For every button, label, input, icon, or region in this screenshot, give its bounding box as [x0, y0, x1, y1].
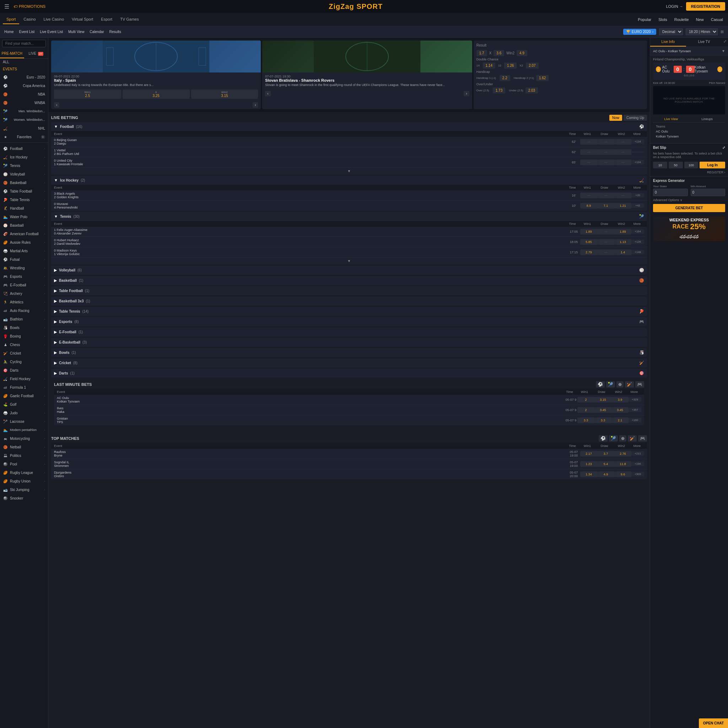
more-button[interactable]: +126: [632, 240, 644, 244]
nav-virtual-sport[interactable]: Virtual Sport: [68, 15, 96, 24]
odd-btn[interactable]: —: [614, 149, 632, 155]
stake-input[interactable]: [653, 189, 688, 196]
odd-btn[interactable]: —: [580, 159, 597, 165]
tab-lineups[interactable]: Lineups: [689, 116, 725, 122]
advanced-options[interactable]: Advanced Options ∨: [653, 198, 725, 202]
odd-btn[interactable]: 4.9: [597, 471, 614, 477]
nav-sport[interactable]: Sport: [3, 15, 19, 24]
match-selector[interactable]: AC Oulu - Kotkan Tyovaen ▼: [650, 47, 728, 55]
odd-btn[interactable]: 3.45: [612, 407, 629, 413]
sidebar-item-esports[interactable]: 🎮Esports ›: [0, 272, 48, 281]
sidebar-item-volleyball[interactable]: 🏐Volleyball ›: [0, 170, 48, 178]
dc-1x[interactable]: 1.14: [483, 63, 495, 69]
sidebar-item-lacrosse[interactable]: 🥍Lacrosse ›: [0, 417, 48, 426]
table-football-header[interactable]: ▶Table Football(1): [51, 286, 647, 295]
sidebar-item-wrestling[interactable]: 🤼Wrestling ›: [0, 264, 48, 272]
sidebar-item-gaelic-football[interactable]: 🏉Gaelic Football ›: [0, 392, 48, 400]
more-button[interactable]: +134: [632, 160, 644, 165]
sidebar-item-golf[interactable]: ⛳Golf ›: [0, 400, 48, 408]
odd-btn[interactable]: 3.45: [594, 407, 612, 413]
odd-btn[interactable]: 3.9: [612, 397, 629, 402]
tm-football-btn[interactable]: ⚽: [599, 435, 607, 442]
register-button[interactable]: REGISTRATION: [686, 2, 725, 11]
sidebar-item-athletics[interactable]: 🏃Athletics ›: [0, 298, 48, 306]
nav-casual[interactable]: Casual: [709, 16, 725, 23]
odd-btn[interactable]: 5.4: [597, 461, 614, 467]
nav-slots[interactable]: Slots: [656, 16, 669, 23]
odd-btn[interactable]: —: [597, 149, 614, 155]
table-tennis-header[interactable]: ▶Table Tennis(14) 🏓: [51, 307, 647, 316]
sidebar-item-all-events[interactable]: EVENTS: [0, 65, 48, 73]
generate-bet-button[interactable]: GENERATE BET: [653, 204, 725, 212]
sidebar-item-netball[interactable]: 🏀Netball ›: [0, 443, 48, 451]
sidebar-item-chess[interactable]: ♟Chess ›: [0, 340, 48, 349]
sidebar-item-archery[interactable]: 🏹Archery ›: [0, 289, 48, 298]
sidebar-item-basketball[interactable]: 🏀Basketball ›: [0, 178, 48, 187]
dc-x2[interactable]: 2.07: [526, 63, 538, 69]
lm-football-btn[interactable]: ⚽: [596, 381, 605, 388]
sidebar-item-futsal[interactable]: ⚽Futsal ›: [0, 255, 48, 264]
odd-btn[interactable]: 7.1: [597, 203, 614, 208]
sidebar-item-bowls[interactable]: 🎳Bowls ›: [0, 323, 48, 332]
sidebar-item-field-hockey[interactable]: 🏑Field Hockey ›: [0, 375, 48, 383]
odd-btn[interactable]: 2.76: [614, 451, 632, 457]
odd-btn[interactable]: —: [597, 159, 614, 165]
odd-btn[interactable]: 1.89: [580, 229, 597, 234]
nav-live-casino[interactable]: Live Casino: [40, 15, 67, 24]
bet-amount-100[interactable]: 100: [684, 162, 699, 168]
nav-casino[interactable]: Casino: [20, 15, 39, 24]
odd-btn[interactable]: —: [597, 229, 614, 234]
sidebar-item-ice-hockey[interactable]: 🏒Ice Hockey ›: [0, 153, 48, 161]
featured-card-1[interactable]: 06-07-2021 22:00 Italy - Spain Undefeate…: [51, 40, 261, 109]
login-button[interactable]: LOGIN →: [666, 4, 683, 9]
bet-amount-50[interactable]: 50: [669, 162, 683, 168]
featured-prev-2[interactable]: ‹: [265, 91, 271, 96]
sidebar-item-table-football[interactable]: ⚽Table Football ›: [0, 187, 48, 196]
sidebar-item-water-polo[interactable]: 🏊Water Polo ›: [0, 213, 48, 221]
more-button[interactable]: +211: [632, 451, 644, 456]
bet-amount-10[interactable]: 10: [653, 162, 667, 168]
sidebar-item-auto-racing[interactable]: 🏎Auto Racing ›: [0, 306, 48, 315]
sidebar-item-judo[interactable]: 🥋Judo ›: [0, 408, 48, 417]
tab-pre-match[interactable]: PRE-MATCH: [0, 49, 24, 58]
sidebar-item-football[interactable]: ⚽Football ›: [0, 144, 48, 153]
darts-header[interactable]: ▶Darts(1) 🎯: [51, 369, 647, 378]
odd-btn[interactable]: —: [580, 149, 597, 155]
time-select[interactable]: 18:20 | Htmm: [686, 28, 718, 35]
sidebar-item-cycling[interactable]: 🚴Cycling ›: [0, 358, 48, 366]
odd-btn[interactable]: 5.85: [580, 239, 597, 245]
sidebar-item-handball[interactable]: 🤾Handball ›: [0, 204, 48, 213]
odd-btn[interactable]: 3.3: [577, 418, 594, 423]
sidebar-item-wnba[interactable]: 🏀WNBA: [0, 98, 48, 107]
nav-tv-games[interactable]: TV Games: [116, 15, 142, 24]
hamburger-icon[interactable]: ☰: [3, 2, 11, 11]
sidebar-item-nba[interactable]: 🏀NBA: [0, 90, 48, 98]
expand-football[interactable]: ▼: [347, 169, 351, 173]
sidebar-item-martial-arts[interactable]: 🥋Martial Arts ›: [0, 246, 48, 255]
odd-btn[interactable]: —: [597, 249, 614, 255]
odd-btn[interactable]: 11.8: [614, 461, 632, 467]
sidebar-item-efootball[interactable]: 🎮E-Football ›: [0, 281, 48, 289]
efootball-header[interactable]: ▶E-Football(1): [51, 327, 647, 336]
nav-roulette[interactable]: Roulette: [672, 16, 691, 23]
hc-1[interactable]: 2.2: [500, 75, 510, 81]
win-input[interactable]: [691, 189, 725, 196]
sidebar-item-politics[interactable]: 🗳Politics ›: [0, 451, 48, 460]
sidebar-item-tennis[interactable]: 🎾Tennis ›: [0, 161, 48, 170]
log-in-button[interactable]: Log In: [700, 162, 725, 168]
tm-cricket-btn[interactable]: 🏏: [628, 435, 637, 442]
odd-btn[interactable]: —: [580, 193, 597, 198]
lm-table-football-btn[interactable]: ⊕: [616, 381, 624, 388]
odd-btn[interactable]: —: [580, 139, 597, 145]
sidebar-item-snooker[interactable]: 🎱Snooker ›: [0, 494, 48, 502]
expand-icon[interactable]: ⤢: [722, 38, 728, 47]
odd-btn[interactable]: —: [614, 139, 632, 145]
tm-table-btn[interactable]: ⊕: [619, 435, 626, 442]
ebasketball-header[interactable]: ▶E-Basketball(3): [51, 338, 647, 347]
sidebar-item-table-tennis[interactable]: 🏓Table Tennis ›: [0, 196, 48, 204]
odd-btn[interactable]: 2.17: [580, 451, 597, 457]
result-win2[interactable]: 4.9: [517, 50, 527, 56]
decimal-select[interactable]: Decimal: [659, 28, 683, 35]
more-button[interactable]: +357: [629, 408, 641, 412]
dc-12[interactable]: 1.26: [504, 63, 517, 69]
